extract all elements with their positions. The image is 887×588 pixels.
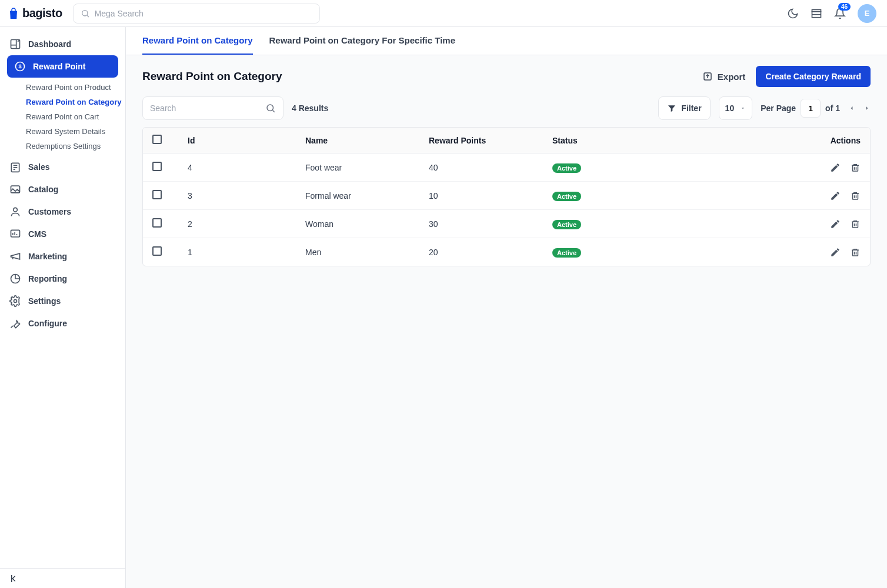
sidebar-item-catalog[interactable]: Catalog xyxy=(0,178,125,201)
theme-toggle-icon[interactable] xyxy=(787,8,799,19)
tab-reward-category-time[interactable]: Reward Point on Category For Specific Ti… xyxy=(269,35,455,55)
next-page-button[interactable] xyxy=(863,105,871,112)
table-row: 3Formal wear10Active xyxy=(143,182,870,210)
table-search-input[interactable] xyxy=(150,103,265,113)
sidebar-item-marketing[interactable]: Marketing xyxy=(0,245,125,268)
table-search[interactable] xyxy=(142,96,284,120)
edit-button[interactable] xyxy=(830,247,841,258)
results-count: 4 Results xyxy=(292,103,328,113)
create-category-reward-button[interactable]: Create Category Reward xyxy=(756,66,871,87)
notification-count-badge: 46 xyxy=(838,3,851,11)
col-points[interactable]: Reward Points xyxy=(419,128,543,153)
global-search[interactable] xyxy=(73,4,320,24)
row-checkbox[interactable] xyxy=(152,246,162,256)
cell-id: 1 xyxy=(178,238,296,266)
select-all-checkbox[interactable] xyxy=(152,135,162,144)
sidebar-item-label: Catalog xyxy=(28,185,58,194)
col-status[interactable]: Status xyxy=(543,128,799,153)
tab-reward-category[interactable]: Reward Point on Category xyxy=(142,35,253,55)
sidebar-sub-reward-details[interactable]: Reward System Details xyxy=(26,124,125,139)
edit-button[interactable] xyxy=(830,191,841,201)
sidebar-item-dashboard[interactable]: Dashboard xyxy=(0,33,125,55)
catalog-icon xyxy=(9,183,21,195)
edit-icon xyxy=(830,247,841,258)
sidebar-item-customers[interactable]: Customers xyxy=(0,201,125,223)
topbar: bagisto 46 E xyxy=(0,0,887,27)
page-tabs: Reward Point on Category Reward Point on… xyxy=(126,27,887,55)
prev-page-button[interactable] xyxy=(848,105,855,112)
cell-points: 40 xyxy=(419,153,543,182)
notifications-button[interactable]: 46 xyxy=(834,8,846,19)
cell-name: Foot wear xyxy=(296,153,419,182)
sidebar-item-reporting[interactable]: Reporting xyxy=(0,268,125,290)
global-search-input[interactable] xyxy=(95,9,312,18)
table-row: 1Men20Active xyxy=(143,238,870,266)
sidebar-item-label: Configure xyxy=(28,319,67,328)
brand-name: bagisto xyxy=(22,6,62,20)
reporting-icon xyxy=(9,273,21,285)
sidebar-item-reward[interactable]: $ Reward Point xyxy=(7,55,118,78)
row-checkbox[interactable] xyxy=(152,218,162,228)
customers-icon xyxy=(9,206,21,218)
filter-button[interactable]: Filter xyxy=(658,96,710,120)
row-checkbox[interactable] xyxy=(152,190,162,199)
svg-point-0 xyxy=(82,10,87,15)
row-checkbox[interactable] xyxy=(152,162,162,171)
sidebar-sub-reward-redeem[interactable]: Redemptions Settings xyxy=(26,139,125,153)
svg-rect-30 xyxy=(853,222,858,228)
export-button[interactable]: Export xyxy=(702,71,746,82)
sidebar-item-settings[interactable]: Settings xyxy=(0,290,125,312)
sidebar-item-label: Settings xyxy=(28,296,61,306)
delete-button[interactable] xyxy=(850,162,861,173)
user-avatar[interactable]: E xyxy=(858,4,876,23)
per-page-value: 10 xyxy=(725,103,735,113)
marketing-icon xyxy=(9,250,21,262)
sales-icon xyxy=(9,161,21,173)
filter-label: Filter xyxy=(681,103,701,113)
col-actions: Actions xyxy=(799,128,870,153)
delete-icon xyxy=(850,247,861,258)
sidebar-item-label: Customers xyxy=(28,207,71,216)
search-icon xyxy=(265,103,276,113)
svg-point-22 xyxy=(267,105,274,111)
delete-button[interactable] xyxy=(850,191,861,201)
sidebar-item-label: Reporting xyxy=(28,274,67,283)
store-icon[interactable] xyxy=(811,8,822,19)
sidebar: Dashboard $ Reward Point Reward Point on… xyxy=(0,27,126,588)
sidebar-collapse-button[interactable] xyxy=(0,568,125,588)
dashboard-icon xyxy=(9,38,21,50)
table-row: 2Woman30Active xyxy=(143,210,870,238)
svg-rect-33 xyxy=(853,250,858,256)
svg-point-19 xyxy=(14,300,17,303)
cell-name: Woman xyxy=(296,210,419,238)
delete-button[interactable] xyxy=(850,247,861,258)
edit-icon xyxy=(830,162,841,173)
per-page-select[interactable]: 10 xyxy=(719,96,753,120)
sidebar-sub-reward-product[interactable]: Reward Point on Product xyxy=(26,80,125,95)
sidebar-item-label: Sales xyxy=(28,162,50,172)
brand-logo[interactable]: bagisto xyxy=(8,6,62,20)
col-id[interactable]: Id xyxy=(178,128,296,153)
svg-rect-27 xyxy=(853,193,858,199)
svg-text:$: $ xyxy=(18,64,21,69)
edit-icon xyxy=(830,219,841,229)
sidebar-sub-reward-cart[interactable]: Reward Point on Cart xyxy=(26,109,125,124)
sidebar-item-sales[interactable]: Sales xyxy=(0,156,125,178)
settings-icon xyxy=(9,295,21,307)
sidebar-sub-reward-category[interactable]: Reward Point on Category xyxy=(26,95,125,109)
cell-id: 2 xyxy=(178,210,296,238)
delete-icon xyxy=(850,191,861,201)
delete-button[interactable] xyxy=(850,219,861,229)
chevron-down-icon xyxy=(740,105,746,111)
col-name[interactable]: Name xyxy=(296,128,419,153)
edit-button[interactable] xyxy=(830,162,841,173)
sidebar-item-cms[interactable]: CMS xyxy=(0,223,125,245)
current-page-input[interactable] xyxy=(801,99,821,118)
cell-points: 20 xyxy=(419,238,543,266)
svg-line-23 xyxy=(272,110,274,112)
sidebar-item-configure[interactable]: Configure xyxy=(0,312,125,335)
edit-button[interactable] xyxy=(830,219,841,229)
sidebar-item-label: Reward Point xyxy=(33,62,85,71)
reward-icon: $ xyxy=(14,61,26,72)
sidebar-item-label: Marketing xyxy=(28,252,67,261)
